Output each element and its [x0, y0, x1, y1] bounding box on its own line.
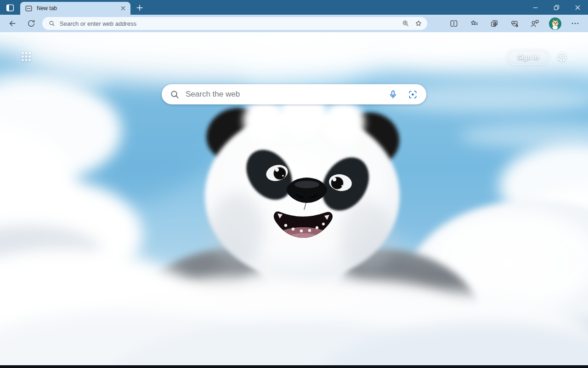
feedback-person-chat-button[interactable]: [527, 16, 542, 31]
address-bar[interactable]: [42, 17, 427, 30]
corgi-avatar: [549, 17, 561, 30]
refresh-button[interactable]: [23, 16, 39, 31]
search-icon: [170, 89, 180, 100]
settings-menu-button[interactable]: [568, 16, 582, 31]
web-search-input[interactable]: [186, 90, 385, 99]
plus-icon: [135, 3, 144, 12]
grid-dots-icon: [20, 51, 32, 63]
browser-essentials-heart-icon: [510, 19, 519, 28]
address-input[interactable]: [60, 20, 399, 27]
microphone-icon: [388, 90, 398, 99]
minimize-button[interactable]: [525, 0, 546, 15]
workspaces-icon: [5, 3, 15, 12]
favorite-this-page-button[interactable]: [412, 17, 425, 29]
favorites-button[interactable]: [467, 16, 481, 31]
zoom-in-icon: [401, 19, 410, 28]
visual-search-camera-button[interactable]: [405, 87, 420, 102]
sign-in-button[interactable]: Sign in: [507, 49, 549, 65]
new-tab-page-icon: [25, 5, 33, 12]
tab-new-tab[interactable]: New tab: [20, 2, 130, 15]
web-search-box[interactable]: [162, 84, 426, 104]
navigation-toolbar: [0, 15, 588, 32]
zoom-page-button[interactable]: [399, 17, 412, 29]
tab-actions-menu-button[interactable]: [5, 3, 16, 12]
browser-window: New tab: [0, 0, 588, 368]
voice-search-mic-button[interactable]: [385, 87, 400, 102]
toolbar-buttons: [447, 16, 582, 31]
profile-avatar-button[interactable]: [548, 16, 562, 31]
new-tab-page: Sign in: [0, 32, 588, 368]
refresh-icon: [27, 19, 36, 28]
close-icon: [119, 5, 127, 12]
back-button[interactable]: [5, 16, 20, 31]
split-screen-button[interactable]: [447, 16, 461, 31]
tab-close-button[interactable]: [119, 4, 128, 12]
favorites-star-list-icon: [469, 19, 479, 28]
minimize-icon: [531, 4, 539, 12]
restore-button[interactable]: [546, 0, 567, 15]
ellipsis-icon: [571, 19, 580, 28]
address-search-icon: [48, 20, 56, 27]
back-arrow-icon: [8, 19, 17, 28]
star-icon: [414, 19, 423, 28]
apps-grid-button[interactable]: [20, 51, 32, 63]
visual-search-icon: [408, 90, 418, 99]
gear-icon: [556, 51, 568, 63]
person-chat-icon: [530, 19, 539, 28]
collections-icon: [490, 19, 499, 28]
tab-title: New tab: [37, 5, 119, 12]
title-bar: New tab: [0, 0, 588, 15]
window-controls: [525, 0, 588, 15]
close-window-button[interactable]: [567, 0, 588, 15]
wallpaper-panda-clouds: [0, 32, 588, 368]
collections-button[interactable]: [487, 16, 502, 31]
close-icon: [574, 4, 582, 12]
page-settings-gear-button[interactable]: [556, 50, 569, 63]
split-screen-icon: [449, 19, 458, 28]
new-tab-button[interactable]: [135, 3, 146, 12]
browser-essentials-button[interactable]: [507, 16, 522, 31]
restore-icon: [553, 4, 560, 12]
